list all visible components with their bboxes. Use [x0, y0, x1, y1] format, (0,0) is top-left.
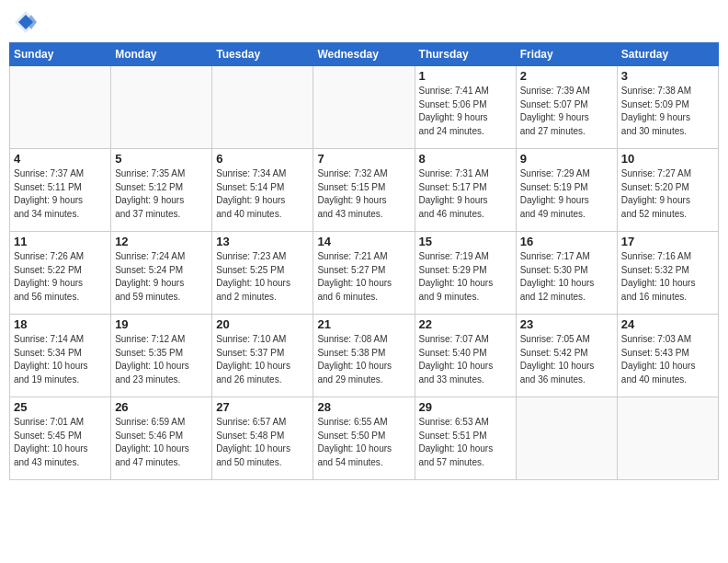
day-number: 2	[520, 69, 613, 83]
day-info: Sunrise: 7:31 AM Sunset: 5:17 PM Dayligh…	[419, 167, 512, 221]
day-info: Sunrise: 7:05 AM Sunset: 5:42 PM Dayligh…	[520, 333, 613, 386]
calendar-cell: 16Sunrise: 7:17 AM Sunset: 5:30 PM Dayli…	[516, 232, 617, 315]
calendar-cell	[313, 66, 415, 149]
day-number: 29	[419, 400, 512, 414]
calendar-cell: 28Sunrise: 6:55 AM Sunset: 5:50 PM Dayli…	[313, 397, 415, 480]
calendar-cell: 6Sunrise: 7:34 AM Sunset: 5:14 PM Daylig…	[212, 149, 313, 232]
calendar-cell: 17Sunrise: 7:16 AM Sunset: 5:32 PM Dayli…	[617, 232, 718, 315]
day-number: 25	[14, 400, 107, 414]
calendar-cell	[516, 397, 617, 480]
weekday-header-sunday: Sunday	[10, 43, 111, 66]
day-info: Sunrise: 7:38 AM Sunset: 5:09 PM Dayligh…	[621, 85, 714, 138]
day-info: Sunrise: 7:27 AM Sunset: 5:20 PM Dayligh…	[621, 167, 714, 221]
day-number: 7	[317, 152, 410, 166]
calendar-cell: 5Sunrise: 7:35 AM Sunset: 5:12 PM Daylig…	[111, 149, 212, 232]
day-info: Sunrise: 7:34 AM Sunset: 5:14 PM Dayligh…	[216, 167, 309, 221]
day-number: 22	[419, 317, 512, 331]
calendar-cell: 23Sunrise: 7:05 AM Sunset: 5:42 PM Dayli…	[516, 315, 617, 397]
day-info: Sunrise: 6:57 AM Sunset: 5:48 PM Dayligh…	[216, 416, 309, 469]
calendar-cell: 10Sunrise: 7:27 AM Sunset: 5:20 PM Dayli…	[617, 149, 718, 232]
weekday-header-thursday: Thursday	[415, 43, 516, 66]
week-row-2: 4Sunrise: 7:37 AM Sunset: 5:11 PM Daylig…	[10, 149, 719, 232]
weekday-header-monday: Monday	[111, 43, 212, 66]
page-header	[9, 9, 719, 35]
day-number: 24	[621, 317, 714, 331]
day-number: 18	[14, 317, 107, 331]
calendar-cell: 2Sunrise: 7:39 AM Sunset: 5:07 PM Daylig…	[516, 66, 617, 149]
day-number: 21	[317, 317, 410, 331]
day-number: 28	[317, 400, 410, 414]
day-info: Sunrise: 7:21 AM Sunset: 5:27 PM Dayligh…	[317, 250, 410, 304]
calendar-cell	[111, 66, 212, 149]
day-number: 13	[216, 235, 309, 248]
weekday-header-friday: Friday	[516, 43, 617, 66]
day-number: 26	[115, 400, 208, 414]
calendar-cell: 22Sunrise: 7:07 AM Sunset: 5:40 PM Dayli…	[415, 315, 516, 397]
calendar-cell: 24Sunrise: 7:03 AM Sunset: 5:43 PM Dayli…	[617, 315, 718, 397]
day-number: 10	[621, 152, 714, 166]
day-info: Sunrise: 7:07 AM Sunset: 5:40 PM Dayligh…	[419, 333, 512, 386]
calendar-cell	[617, 397, 718, 480]
calendar-cell	[10, 66, 111, 149]
calendar-cell: 15Sunrise: 7:19 AM Sunset: 5:29 PM Dayli…	[415, 232, 516, 315]
calendar-cell: 4Sunrise: 7:37 AM Sunset: 5:11 PM Daylig…	[10, 149, 111, 232]
day-number: 9	[520, 152, 613, 166]
day-number: 23	[520, 317, 613, 331]
day-number: 17	[621, 235, 714, 248]
calendar-cell: 19Sunrise: 7:12 AM Sunset: 5:35 PM Dayli…	[111, 315, 212, 397]
calendar-cell: 8Sunrise: 7:31 AM Sunset: 5:17 PM Daylig…	[415, 149, 516, 232]
weekday-header-saturday: Saturday	[617, 43, 718, 66]
calendar-cell: 13Sunrise: 7:23 AM Sunset: 5:25 PM Dayli…	[212, 232, 313, 315]
day-info: Sunrise: 7:26 AM Sunset: 5:22 PM Dayligh…	[14, 250, 107, 304]
day-info: Sunrise: 7:41 AM Sunset: 5:06 PM Dayligh…	[419, 85, 512, 138]
weekday-header-row: SundayMondayTuesdayWednesdayThursdayFrid…	[10, 43, 719, 66]
day-number: 16	[520, 235, 613, 248]
calendar-cell: 1Sunrise: 7:41 AM Sunset: 5:06 PM Daylig…	[415, 66, 516, 149]
day-number: 6	[216, 152, 309, 166]
logo	[13, 9, 40, 35]
calendar-cell	[212, 66, 313, 149]
day-info: Sunrise: 7:14 AM Sunset: 5:34 PM Dayligh…	[14, 333, 107, 386]
calendar-cell: 11Sunrise: 7:26 AM Sunset: 5:22 PM Dayli…	[10, 232, 111, 315]
day-info: Sunrise: 6:55 AM Sunset: 5:50 PM Dayligh…	[317, 416, 410, 469]
logo-icon	[13, 9, 39, 35]
day-number: 1	[419, 69, 512, 83]
weekday-header-wednesday: Wednesday	[313, 43, 415, 66]
day-number: 8	[419, 152, 512, 166]
day-info: Sunrise: 6:59 AM Sunset: 5:46 PM Dayligh…	[115, 416, 208, 469]
day-info: Sunrise: 7:17 AM Sunset: 5:30 PM Dayligh…	[520, 250, 613, 304]
day-number: 14	[317, 235, 410, 248]
day-info: Sunrise: 7:32 AM Sunset: 5:15 PM Dayligh…	[317, 167, 410, 221]
day-info: Sunrise: 7:01 AM Sunset: 5:45 PM Dayligh…	[14, 416, 107, 469]
calendar-cell: 14Sunrise: 7:21 AM Sunset: 5:27 PM Dayli…	[313, 232, 415, 315]
day-info: Sunrise: 6:53 AM Sunset: 5:51 PM Dayligh…	[419, 416, 512, 469]
day-info: Sunrise: 7:39 AM Sunset: 5:07 PM Dayligh…	[520, 85, 613, 138]
week-row-4: 18Sunrise: 7:14 AM Sunset: 5:34 PM Dayli…	[10, 315, 719, 397]
calendar-cell: 21Sunrise: 7:08 AM Sunset: 5:38 PM Dayli…	[313, 315, 415, 397]
day-number: 12	[115, 235, 208, 248]
day-info: Sunrise: 7:35 AM Sunset: 5:12 PM Dayligh…	[115, 167, 208, 221]
calendar-cell: 20Sunrise: 7:10 AM Sunset: 5:37 PM Dayli…	[212, 315, 313, 397]
day-number: 4	[14, 152, 107, 166]
day-info: Sunrise: 7:37 AM Sunset: 5:11 PM Dayligh…	[14, 167, 107, 221]
week-row-1: 1Sunrise: 7:41 AM Sunset: 5:06 PM Daylig…	[10, 66, 719, 149]
week-row-5: 25Sunrise: 7:01 AM Sunset: 5:45 PM Dayli…	[10, 397, 719, 480]
calendar-cell: 3Sunrise: 7:38 AM Sunset: 5:09 PM Daylig…	[617, 66, 718, 149]
day-number: 11	[14, 235, 107, 248]
calendar-table: SundayMondayTuesdayWednesdayThursdayFrid…	[9, 42, 719, 480]
day-number: 15	[419, 235, 512, 248]
day-info: Sunrise: 7:16 AM Sunset: 5:32 PM Dayligh…	[621, 250, 714, 304]
day-number: 5	[115, 152, 208, 166]
weekday-header-tuesday: Tuesday	[212, 43, 313, 66]
day-info: Sunrise: 7:03 AM Sunset: 5:43 PM Dayligh…	[621, 333, 714, 386]
week-row-3: 11Sunrise: 7:26 AM Sunset: 5:22 PM Dayli…	[10, 232, 719, 315]
calendar-cell: 29Sunrise: 6:53 AM Sunset: 5:51 PM Dayli…	[415, 397, 516, 480]
day-number: 20	[216, 317, 309, 331]
day-info: Sunrise: 7:29 AM Sunset: 5:19 PM Dayligh…	[520, 167, 613, 221]
calendar-cell: 9Sunrise: 7:29 AM Sunset: 5:19 PM Daylig…	[516, 149, 617, 232]
day-info: Sunrise: 7:23 AM Sunset: 5:25 PM Dayligh…	[216, 250, 309, 304]
calendar-cell: 25Sunrise: 7:01 AM Sunset: 5:45 PM Dayli…	[10, 397, 111, 480]
day-info: Sunrise: 7:10 AM Sunset: 5:37 PM Dayligh…	[216, 333, 309, 386]
day-number: 27	[216, 400, 309, 414]
day-info: Sunrise: 7:12 AM Sunset: 5:35 PM Dayligh…	[115, 333, 208, 386]
